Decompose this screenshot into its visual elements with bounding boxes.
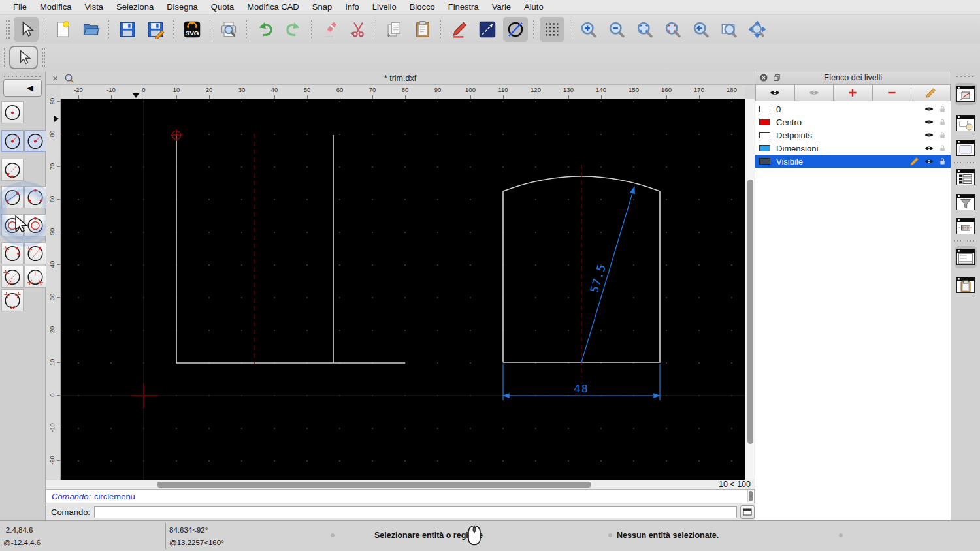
vertical-scrollbar-thumb[interactable]	[747, 180, 753, 444]
select-cursor-button[interactable]	[9, 46, 38, 69]
vertical-scrollbar[interactable]	[745, 99, 755, 480]
toolbar-drag-handle[interactable]	[41, 48, 45, 67]
menu-finestra[interactable]: Finestra	[442, 2, 485, 12]
layer-list-widget-button[interactable]	[955, 83, 977, 105]
menu-snap[interactable]: Snap	[306, 2, 338, 12]
layer-row-visibile[interactable]: Visibile	[755, 155, 951, 168]
command-options-widget-button[interactable]	[955, 166, 977, 189]
command-history-scrollbar-thumb[interactable]	[749, 491, 753, 501]
circle-two-points-button[interactable]	[1, 159, 24, 181]
layer-lock-icon[interactable]	[938, 130, 947, 140]
layer-lock-icon[interactable]	[938, 104, 947, 114]
zoom-window-button[interactable]	[717, 17, 742, 42]
menu-vista[interactable]: Vista	[78, 2, 110, 12]
select-cursor-button[interactable]	[14, 17, 39, 42]
menu-disegna[interactable]: Disegna	[160, 2, 204, 12]
circle-concentric-button[interactable]	[1, 214, 24, 236]
show-all-layers-button[interactable]	[755, 84, 795, 101]
zoom-auto-button[interactable]	[632, 17, 657, 42]
hide-all-layers-button[interactable]	[795, 84, 834, 101]
add-layer-button[interactable]	[834, 84, 873, 101]
library-browser-widget-button[interactable]	[955, 137, 977, 159]
print-preview-button[interactable]	[216, 17, 241, 42]
copy-button[interactable]	[382, 17, 407, 42]
zoom-out-button[interactable]	[604, 17, 629, 42]
draw-point-button[interactable]	[447, 17, 472, 42]
layer-visibility-icon[interactable]	[924, 143, 934, 153]
save-button[interactable]	[115, 17, 140, 42]
selection-filter-widget-button[interactable]	[955, 191, 977, 213]
layer-visibility-icon[interactable]	[924, 156, 934, 166]
circle-tangent-c-button[interactable]	[1, 266, 24, 288]
circle-tangent-a-button[interactable]	[1, 242, 24, 264]
open-file-button[interactable]	[78, 17, 103, 42]
zoom-in-button[interactable]	[576, 17, 601, 42]
export-svg-button[interactable]: SVG	[180, 17, 204, 42]
zoom-previous-button[interactable]	[661, 17, 685, 42]
float-panel-icon[interactable]	[772, 73, 781, 82]
menu-modifica-cad[interactable]: Modifica CAD	[240, 2, 305, 12]
layer-lock-icon[interactable]	[938, 117, 947, 127]
menu-varie[interactable]: Varie	[485, 2, 517, 12]
tool-options-widget-button[interactable]	[955, 215, 977, 238]
draw-circle-button[interactable]	[503, 17, 528, 42]
menu-info[interactable]: Info	[338, 2, 366, 12]
layer-visibility-icon[interactable]	[924, 117, 934, 127]
remove-layer-button[interactable]	[873, 84, 912, 101]
circle-three-points-button[interactable]	[24, 186, 46, 208]
layer-edit-icon[interactable]	[909, 156, 920, 166]
circle-radius-point-button[interactable]	[24, 130, 46, 152]
dock-drag-handle[interactable]	[955, 75, 976, 78]
edit-layer-button[interactable]	[911, 84, 951, 101]
radius-dimension[interactable]: 57.5	[581, 187, 634, 362]
snap-grid-button[interactable]	[540, 17, 564, 42]
command-input[interactable]	[94, 506, 737, 518]
menu-livello[interactable]: Livello	[366, 2, 403, 12]
menu-blocco[interactable]: Blocco	[403, 2, 442, 12]
command-window-toggle-button[interactable]	[740, 505, 755, 519]
clipboard-widget-button[interactable]	[955, 274, 977, 296]
toolbar-drag-handle[interactable]	[5, 20, 10, 39]
circle-tangent-b-button[interactable]	[24, 242, 46, 264]
menu-modifica[interactable]: Modifica	[33, 2, 78, 12]
layer-lock-icon[interactable]	[938, 156, 947, 166]
new-document-button[interactable]	[50, 17, 75, 42]
circle-center-point-button[interactable]	[1, 101, 24, 123]
delete-entities-button[interactable]	[318, 17, 342, 42]
draw-line-button[interactable]	[475, 17, 500, 42]
cut-button[interactable]	[346, 17, 370, 42]
left-entity-lines[interactable]	[176, 135, 405, 363]
palette-back-button[interactable]: ◀	[3, 79, 42, 97]
menu-quota[interactable]: Quota	[204, 2, 240, 12]
layer-visibility-icon[interactable]	[924, 130, 934, 140]
save-as-button[interactable]	[143, 17, 168, 42]
layer-lock-icon[interactable]	[938, 143, 947, 153]
block-list-widget-button[interactable]	[955, 112, 977, 134]
circle-two-points-radius-button[interactable]	[1, 186, 24, 208]
command-line-widget-button[interactable]	[955, 246, 977, 268]
undo-button[interactable]	[253, 17, 278, 42]
horizontal-scrollbar-thumb[interactable]	[157, 482, 591, 488]
circle-center-radius-button[interactable]	[1, 130, 24, 152]
layer-visibility-icon[interactable]	[924, 104, 934, 114]
circle-tangent-d-button[interactable]	[24, 266, 46, 288]
command-history-scrollbar[interactable]	[747, 490, 753, 502]
close-panel-icon[interactable]	[759, 73, 768, 82]
layer-row-dimensioni[interactable]: Dimensioni	[755, 142, 951, 155]
horizontal-scrollbar[interactable]: 10 < 100	[46, 480, 755, 489]
toolbar-drag-handle[interactable]	[3, 48, 7, 67]
zoom-pan-button[interactable]	[745, 17, 770, 42]
menu-aiuto[interactable]: Aiuto	[517, 2, 550, 12]
zoom-redraw-button[interactable]	[689, 17, 713, 42]
palette-drag-handle[interactable]	[3, 74, 42, 78]
circle-tangent-e-button[interactable]	[1, 289, 24, 311]
circle-concentric-point-button[interactable]	[24, 214, 46, 236]
layer-row-centro[interactable]: Centro	[755, 116, 951, 129]
redo-button[interactable]	[281, 17, 306, 42]
drawing-canvas[interactable]: 57.5 48	[61, 99, 745, 480]
layer-row-defpoints[interactable]: Defpoints	[755, 129, 951, 142]
paste-button[interactable]	[410, 17, 435, 42]
layer-row-0[interactable]: 0	[755, 102, 951, 116]
menu-file[interactable]: File	[7, 2, 33, 12]
menu-seleziona[interactable]: Seleziona	[110, 2, 160, 12]
